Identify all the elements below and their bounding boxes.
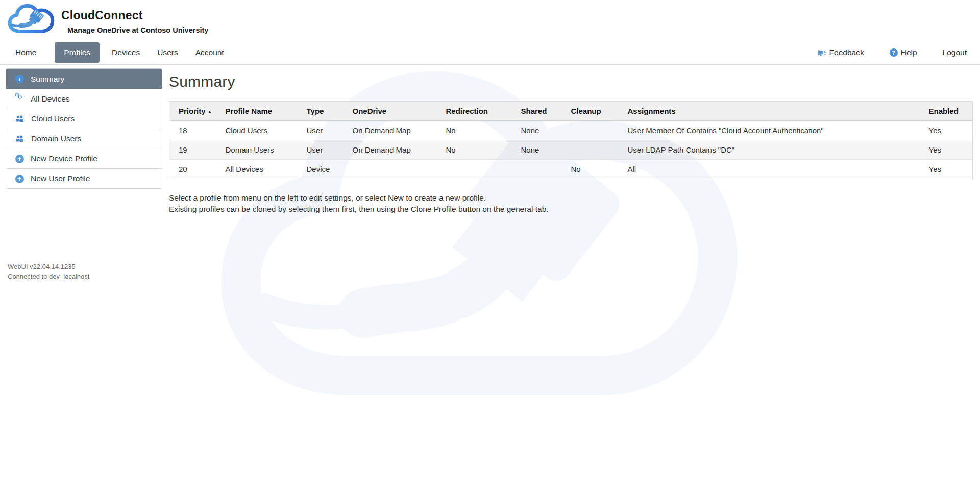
cell-onedrive <box>344 160 437 179</box>
cell-onedrive: On Demand Map <box>344 121 437 140</box>
sidebar-item-new-user-profile[interactable]: + New User Profile <box>6 168 162 188</box>
column-header-enabled[interactable]: Enabled <box>920 102 973 121</box>
sidebar-item-new-device-profile[interactable]: + New Device Profile <box>6 148 162 168</box>
nav-tab-profiles-active[interactable]: Profiles <box>55 42 100 63</box>
main-navbar: Home Profiles Devices Users Account Feed… <box>0 41 980 65</box>
cell-enabled: Yes <box>920 121 973 140</box>
brand-text: CloudConnect Manage OneDrive at Contoso … <box>61 9 208 34</box>
cell-cleanup <box>562 121 619 140</box>
logout-link[interactable]: Logout <box>942 45 968 60</box>
column-header-profile-name[interactable]: Profile Name <box>216 102 298 121</box>
cell-assignments: All <box>619 160 920 179</box>
sidebar-item-all-devices[interactable]: ⚙⚙ All Devices <box>6 89 162 109</box>
page-title: Summary <box>169 73 973 90</box>
cloud-plug-logo-icon[interactable] <box>6 4 59 39</box>
cell-type: User <box>298 140 344 160</box>
nav-tab-users[interactable]: Users <box>156 45 179 60</box>
sidebar-item-label: New User Profile <box>31 174 90 183</box>
nav-tab-home[interactable]: Home <box>14 45 37 60</box>
megaphone-icon <box>818 49 826 56</box>
cell-onedrive: On Demand Map <box>344 140 437 160</box>
cell-assignments: User LDAP Path Contains "DC" <box>619 140 920 160</box>
cell-shared: None <box>512 140 562 160</box>
feedback-link[interactable]: Feedback <box>817 45 865 60</box>
cell-assignments: User Member Of Contains "Cloud Account A… <box>619 121 920 140</box>
app-header: CloudConnect Manage OneDrive at Contoso … <box>0 0 980 41</box>
cell-shared <box>512 160 562 179</box>
profiles-sidebar: i Summary ⚙⚙ All Devices Cloud Users Dom… <box>6 68 162 189</box>
navbar-right-group: Feedback ? Help Logout <box>794 45 968 60</box>
cell-cleanup: No <box>562 160 619 179</box>
app-title: CloudConnect <box>61 9 208 22</box>
sidebar-item-label: Domain Users <box>31 134 81 143</box>
main-content: Summary Priority▲ Profile Name Type OneD… <box>169 73 973 215</box>
cell-profile-name: All Devices <box>216 160 298 179</box>
sidebar-item-label: Summary <box>31 75 64 84</box>
sort-ascending-icon: ▲ <box>208 109 212 114</box>
instruction-line: Select a profile from menu on the left t… <box>169 192 973 204</box>
cell-enabled: Yes <box>920 140 973 160</box>
instructions-text: Select a profile from menu on the left t… <box>169 192 973 215</box>
nav-tab-account[interactable]: Account <box>194 45 225 60</box>
column-header-onedrive[interactable]: OneDrive <box>344 102 437 121</box>
cell-priority: 20 <box>169 160 216 179</box>
table-row[interactable]: 18 Cloud Users User On Demand Map No Non… <box>169 121 973 140</box>
sidebar-item-domain-users[interactable]: Domain Users <box>6 129 162 148</box>
cell-cleanup <box>562 140 619 160</box>
sidebar-item-label: Cloud Users <box>31 114 75 123</box>
column-header-assignments[interactable]: Assignments <box>619 102 920 121</box>
sidebar-item-summary[interactable]: i Summary <box>6 69 162 89</box>
plus-circle-icon: + <box>15 175 24 183</box>
column-header-priority[interactable]: Priority▲ <box>169 102 216 121</box>
cell-shared: None <box>512 121 562 140</box>
gears-icon: ⚙⚙ <box>15 94 24 104</box>
users-icon <box>15 115 24 122</box>
sidebar-item-label: All Devices <box>31 94 70 104</box>
column-header-redirection[interactable]: Redirection <box>437 102 512 121</box>
webui-version: WebUI v22.04.14.1235 <box>8 262 89 271</box>
help-label: Help <box>901 48 917 57</box>
nav-tab-devices[interactable]: Devices <box>111 45 141 60</box>
feedback-label: Feedback <box>829 48 864 57</box>
cell-redirection <box>437 160 512 179</box>
table-header-row: Priority▲ Profile Name Type OneDrive Red… <box>169 102 973 121</box>
column-header-type[interactable]: Type <box>298 102 344 121</box>
webui-footnote: WebUI v22.04.14.1235 Connected to dev_lo… <box>8 262 89 281</box>
column-header-shared[interactable]: Shared <box>512 102 562 121</box>
help-link[interactable]: ? Help <box>889 45 918 60</box>
info-icon: i <box>15 75 24 83</box>
sidebar-item-cloud-users[interactable]: Cloud Users <box>6 109 162 129</box>
cell-profile-name: Cloud Users <box>216 121 298 140</box>
connection-status: Connected to dev_localhost <box>8 271 89 281</box>
table-row[interactable]: 19 Domain Users User On Demand Map No No… <box>169 140 973 160</box>
sidebar-item-label: New Device Profile <box>31 154 97 163</box>
column-header-cleanup[interactable]: Cleanup <box>562 102 619 121</box>
instruction-line: Existing profiles can be cloned by selec… <box>169 204 973 215</box>
cell-enabled: Yes <box>920 160 973 179</box>
cell-type: User <box>298 121 344 140</box>
profiles-summary-table: Priority▲ Profile Name Type OneDrive Red… <box>169 101 973 179</box>
cell-redirection: No <box>437 121 512 140</box>
users-icon <box>15 135 24 142</box>
cell-redirection: No <box>437 140 512 160</box>
cell-type: Device <box>298 160 344 179</box>
cell-profile-name: Domain Users <box>216 140 298 160</box>
help-icon: ? <box>890 48 898 57</box>
table-row[interactable]: 20 All Devices Device No All Yes <box>169 160 973 179</box>
cell-priority: 18 <box>169 121 216 140</box>
app-tagline: Manage OneDrive at Contoso University <box>67 26 208 34</box>
plus-circle-icon: + <box>15 155 24 163</box>
cell-priority: 19 <box>169 140 216 160</box>
